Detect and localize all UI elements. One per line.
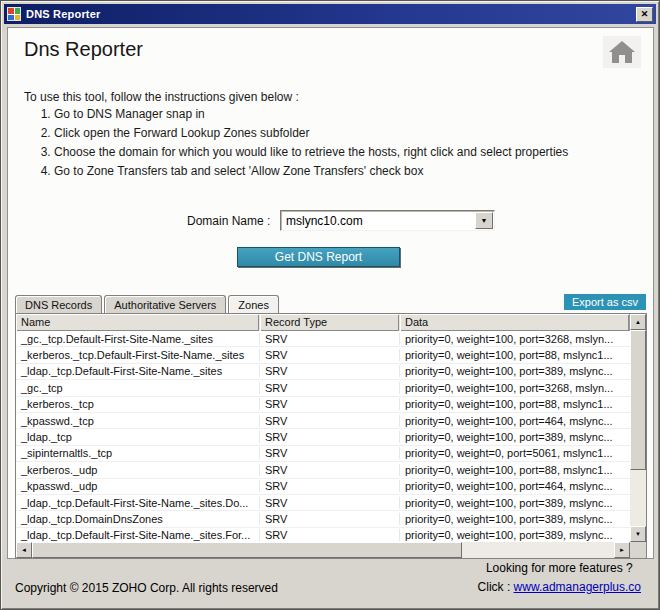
instruction-step: Click open the Forward Lookup Zones subf… xyxy=(54,127,568,140)
column-header-record-type[interactable]: Record Type xyxy=(260,314,400,331)
table-cell: priority=0, weight=100, port=389, mslync… xyxy=(400,497,630,509)
table-row[interactable]: _gc._tcp.Default-First-Site-Name._sitesS… xyxy=(16,331,630,347)
table-row[interactable]: _gc._tcpSRVpriority=0, weight=100, port=… xyxy=(16,380,630,396)
table-row[interactable]: _ldap._tcpSRVpriority=0, weight=100, por… xyxy=(16,429,630,445)
table-row[interactable]: _ldap._tcp.Default-First-Site-Name._site… xyxy=(16,364,630,380)
domain-name-combobox[interactable]: mslync10.com ▼ xyxy=(280,210,495,231)
table-row[interactable]: _kpasswd._udpSRVpriority=0, weight=100, … xyxy=(16,479,630,495)
table-cell: SRV xyxy=(260,529,400,541)
table-cell: priority=0, weight=100, port=88, mslync1… xyxy=(400,349,630,361)
table-cell: SRV xyxy=(260,447,400,459)
tab-dns-records[interactable]: DNS Records xyxy=(15,295,102,313)
table-cell: priority=0, weight=100, port=389, mslync… xyxy=(400,513,630,525)
table-cell: SRV xyxy=(260,513,400,525)
table-cell: _ldap._tcp.Default-First-Site-Name._site… xyxy=(16,497,260,509)
table-cell: SRV xyxy=(260,497,400,509)
home-icon xyxy=(608,40,636,64)
domain-name-label: Domain Name : xyxy=(187,214,270,228)
table-cell: _ldap._tcp.DomainDnsZones xyxy=(16,513,260,525)
table-cell: priority=0, weight=0, port=5061, mslync1… xyxy=(400,447,630,459)
table-cell: priority=0, weight=100, port=3268, mslyn… xyxy=(400,382,630,394)
table-row[interactable]: _sipinternaltls._tcpSRVpriority=0, weigh… xyxy=(16,446,630,462)
table-cell: priority=0, weight=100, port=389, mslync… xyxy=(400,365,630,377)
column-header-data[interactable]: Data xyxy=(400,314,630,331)
table-cell: priority=0, weight=100, port=88, mslync1… xyxy=(400,464,630,476)
table-cell: priority=0, weight=100, port=88, mslync1… xyxy=(400,398,630,410)
table-cell: _ldap._tcp.Default-First-Site-Name._site… xyxy=(16,365,260,377)
table-cell: _ldap._tcp xyxy=(16,431,260,443)
table-row[interactable]: _ldap._tcp.DomainDnsZonesSRVpriority=0, … xyxy=(16,511,630,527)
scroll-down-icon[interactable]: ▼ xyxy=(630,526,646,542)
domain-name-value: mslync10.com xyxy=(286,214,363,228)
table-row[interactable]: _kerberos._udpSRVpriority=0, weight=100,… xyxy=(16,462,630,478)
table-cell: SRV xyxy=(260,480,400,492)
table-cell: SRV xyxy=(260,431,400,443)
table-row[interactable]: _kpasswd._tcpSRVpriority=0, weight=100, … xyxy=(16,413,630,429)
chevron-down-icon[interactable]: ▼ xyxy=(475,212,493,229)
table-row[interactable]: _ldap._tcp.Default-First-Site-Name._site… xyxy=(16,528,630,542)
table-cell: priority=0, weight=100, port=464, mslync… xyxy=(400,480,630,492)
instruction-step: Choose the domain for which you would li… xyxy=(54,146,568,159)
table-cell: SRV xyxy=(260,398,400,410)
table-header: Name Record Type Data xyxy=(16,314,630,331)
page-title: Dns Reporter xyxy=(24,38,143,61)
table-cell: _kerberos._tcp.Default-First-Site-Name._… xyxy=(16,349,260,361)
table-row[interactable]: _ldap._tcp.Default-First-Site-Name._site… xyxy=(16,495,630,511)
export-as-csv-button[interactable]: Export as csv xyxy=(564,294,646,310)
scroll-up-icon[interactable]: ▲ xyxy=(630,314,646,330)
horizontal-scroll-thumb[interactable] xyxy=(32,542,462,558)
tab-bar: DNS Records Authoritative Servers Zones xyxy=(15,295,281,313)
table-cell: SRV xyxy=(260,333,400,345)
table-cell: _kerberos._udp xyxy=(16,464,260,476)
table-cell: priority=0, weight=100, port=464, mslync… xyxy=(400,415,630,427)
table-row[interactable]: _kerberos._tcp.Default-First-Site-Name._… xyxy=(16,347,630,363)
instructions-intro: To use this tool, follow the instruction… xyxy=(24,90,299,104)
scroll-right-icon[interactable]: ► xyxy=(614,542,630,558)
table-cell: SRV xyxy=(260,382,400,394)
copyright-text: Copyright © 2015 ZOHO Corp. All rights r… xyxy=(15,581,278,595)
vertical-scrollbar[interactable]: ▲ ▼ xyxy=(630,314,646,542)
horizontal-scrollbar[interactable]: ◄ ► xyxy=(16,542,630,558)
table-row[interactable]: _kerberos._tcpSRVpriority=0, weight=100,… xyxy=(16,397,630,413)
table-cell: _sipinternaltls._tcp xyxy=(16,447,260,459)
table-cell: _kerberos._tcp xyxy=(16,398,260,410)
table-body: _gc._tcp.Default-First-Site-Name._sitesS… xyxy=(16,331,630,542)
table-cell: _kpasswd._udp xyxy=(16,480,260,492)
table-cell: priority=0, weight=100, port=389, mslync… xyxy=(400,431,630,443)
instructions-list: Go to DNS Manager snap in Click open the… xyxy=(54,108,568,184)
home-button[interactable] xyxy=(603,36,641,68)
table-cell: _kpasswd._tcp xyxy=(16,415,260,427)
tab-zones[interactable]: Zones xyxy=(228,295,279,313)
app-icon xyxy=(7,7,21,21)
table-cell: priority=0, weight=100, port=389, mslync… xyxy=(400,529,630,541)
table-cell: _gc._tcp xyxy=(16,382,260,394)
table-cell: _ldap._tcp.Default-First-Site-Name._site… xyxy=(16,529,260,541)
click-label: Click : xyxy=(478,580,511,594)
main-panel: Dns Reporter To use this tool, follow th… xyxy=(7,27,654,559)
get-dns-report-button[interactable]: Get DNS Report xyxy=(237,247,400,267)
more-features-text: Looking for more features ? xyxy=(478,561,641,575)
table-cell: SRV xyxy=(260,415,400,427)
records-table: Name Record Type Data _gc._tcp.Default-F… xyxy=(15,313,647,559)
dns-reporter-window: DNS Reporter ✕ Dns Reporter To use this … xyxy=(0,0,660,610)
tab-authoritative-servers[interactable]: Authoritative Servers xyxy=(104,295,226,313)
instruction-step: Go to DNS Manager snap in xyxy=(54,108,568,121)
window-title: DNS Reporter xyxy=(26,8,101,20)
table-cell: SRV xyxy=(260,464,400,476)
close-button[interactable]: ✕ xyxy=(636,7,653,22)
table-cell: _gc._tcp.Default-First-Site-Name._sites xyxy=(16,333,260,345)
table-cell: priority=0, weight=100, port=3268, mslyn… xyxy=(400,333,630,345)
scrollbar-corner xyxy=(630,542,646,558)
footer-promo: Looking for more features ? Click : www.… xyxy=(478,561,641,594)
title-bar[interactable]: DNS Reporter ✕ xyxy=(4,4,656,24)
scroll-left-icon[interactable]: ◄ xyxy=(16,542,32,558)
table-cell: SRV xyxy=(260,365,400,377)
admanagerplus-link[interactable]: www.admanagerplus.co xyxy=(514,580,641,594)
table-cell: SRV xyxy=(260,349,400,361)
instruction-step: Go to Zone Transfers tab and select 'All… xyxy=(54,165,568,178)
vertical-scroll-thumb[interactable] xyxy=(630,330,646,470)
column-header-name[interactable]: Name xyxy=(16,314,260,331)
